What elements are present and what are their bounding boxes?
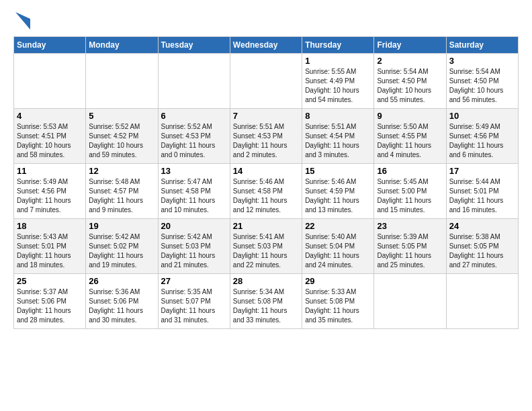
day-number: 28	[233, 276, 299, 286]
calendar-header-row: SundayMondayTuesdayWednesdayThursdayFrid…	[14, 37, 519, 54]
day-info: Sunrise: 5:44 AM Sunset: 5:01 PM Dayligh…	[449, 177, 515, 215]
week-row-1: 1Sunrise: 5:55 AM Sunset: 4:49 PM Daylig…	[14, 54, 519, 109]
day-cell	[14, 54, 86, 109]
day-number: 14	[233, 166, 299, 176]
day-cell: 11Sunrise: 5:49 AM Sunset: 4:56 PM Dayli…	[14, 164, 86, 219]
day-number: 7	[233, 111, 299, 121]
day-number: 25	[17, 276, 83, 286]
day-info: Sunrise: 5:51 AM Sunset: 4:54 PM Dayligh…	[305, 122, 371, 160]
day-cell: 7Sunrise: 5:51 AM Sunset: 4:53 PM Daylig…	[230, 109, 302, 164]
day-info: Sunrise: 5:51 AM Sunset: 4:53 PM Dayligh…	[233, 122, 299, 160]
day-cell: 23Sunrise: 5:39 AM Sunset: 5:05 PM Dayli…	[374, 219, 446, 274]
day-cell: 6Sunrise: 5:52 AM Sunset: 4:53 PM Daylig…	[158, 109, 230, 164]
day-number: 27	[161, 276, 227, 286]
day-info: Sunrise: 5:33 AM Sunset: 5:08 PM Dayligh…	[305, 287, 371, 325]
day-info: Sunrise: 5:41 AM Sunset: 5:03 PM Dayligh…	[233, 232, 299, 270]
day-info: Sunrise: 5:50 AM Sunset: 4:55 PM Dayligh…	[377, 122, 443, 160]
day-info: Sunrise: 5:48 AM Sunset: 4:57 PM Dayligh…	[89, 177, 154, 215]
day-cell: 25Sunrise: 5:37 AM Sunset: 5:06 PM Dayli…	[14, 274, 86, 329]
day-cell: 4Sunrise: 5:53 AM Sunset: 4:51 PM Daylig…	[14, 109, 86, 164]
week-row-5: 25Sunrise: 5:37 AM Sunset: 5:06 PM Dayli…	[14, 274, 519, 329]
day-info: Sunrise: 5:55 AM Sunset: 4:49 PM Dayligh…	[305, 67, 371, 105]
day-number: 17	[449, 166, 515, 176]
day-number: 13	[161, 166, 227, 176]
day-cell: 15Sunrise: 5:46 AM Sunset: 4:59 PM Dayli…	[302, 164, 374, 219]
day-number: 23	[377, 221, 443, 231]
day-number: 5	[89, 111, 154, 121]
day-cell: 8Sunrise: 5:51 AM Sunset: 4:54 PM Daylig…	[302, 109, 374, 164]
day-cell: 29Sunrise: 5:33 AM Sunset: 5:08 PM Dayli…	[302, 274, 374, 329]
day-cell: 24Sunrise: 5:38 AM Sunset: 5:05 PM Dayli…	[446, 219, 518, 274]
day-number: 9	[377, 111, 443, 121]
day-number: 26	[89, 276, 154, 286]
day-cell: 14Sunrise: 5:46 AM Sunset: 4:58 PM Dayli…	[230, 164, 302, 219]
day-cell	[86, 54, 158, 109]
day-info: Sunrise: 5:52 AM Sunset: 4:52 PM Dayligh…	[89, 122, 154, 160]
logo	[13, 11, 30, 30]
day-cell	[446, 274, 518, 329]
svg-marker-0	[15, 12, 30, 30]
day-info: Sunrise: 5:54 AM Sunset: 4:50 PM Dayligh…	[449, 67, 515, 105]
day-cell: 20Sunrise: 5:42 AM Sunset: 5:03 PM Dayli…	[158, 219, 230, 274]
day-info: Sunrise: 5:46 AM Sunset: 4:59 PM Dayligh…	[305, 177, 371, 215]
day-number: 19	[89, 221, 154, 231]
day-number: 8	[305, 111, 371, 121]
week-row-4: 18Sunrise: 5:43 AM Sunset: 5:01 PM Dayli…	[14, 219, 519, 274]
day-info: Sunrise: 5:39 AM Sunset: 5:05 PM Dayligh…	[377, 232, 443, 270]
day-cell: 3Sunrise: 5:54 AM Sunset: 4:50 PM Daylig…	[446, 54, 518, 109]
day-cell	[158, 54, 230, 109]
day-cell: 5Sunrise: 5:52 AM Sunset: 4:52 PM Daylig…	[86, 109, 158, 164]
header-cell-sunday: Sunday	[14, 37, 86, 54]
day-info: Sunrise: 5:38 AM Sunset: 5:05 PM Dayligh…	[449, 232, 515, 270]
day-cell: 13Sunrise: 5:47 AM Sunset: 4:58 PM Dayli…	[158, 164, 230, 219]
day-number: 18	[17, 221, 83, 231]
day-number: 10	[449, 111, 515, 121]
day-cell: 27Sunrise: 5:35 AM Sunset: 5:07 PM Dayli…	[158, 274, 230, 329]
day-number: 4	[17, 111, 83, 121]
day-cell	[374, 274, 446, 329]
day-info: Sunrise: 5:49 AM Sunset: 4:56 PM Dayligh…	[449, 122, 515, 160]
day-cell: 21Sunrise: 5:41 AM Sunset: 5:03 PM Dayli…	[230, 219, 302, 274]
calendar-table: SundayMondayTuesdayWednesdayThursdayFrid…	[13, 36, 519, 329]
day-info: Sunrise: 5:54 AM Sunset: 4:50 PM Dayligh…	[377, 67, 443, 105]
day-number: 1	[305, 56, 371, 66]
day-cell: 17Sunrise: 5:44 AM Sunset: 5:01 PM Dayli…	[446, 164, 518, 219]
day-info: Sunrise: 5:34 AM Sunset: 5:08 PM Dayligh…	[233, 287, 299, 325]
day-cell: 10Sunrise: 5:49 AM Sunset: 4:56 PM Dayli…	[446, 109, 518, 164]
day-cell: 22Sunrise: 5:40 AM Sunset: 5:04 PM Dayli…	[302, 219, 374, 274]
day-info: Sunrise: 5:47 AM Sunset: 4:58 PM Dayligh…	[161, 177, 227, 215]
day-info: Sunrise: 5:53 AM Sunset: 4:51 PM Dayligh…	[17, 122, 83, 160]
page-container: SundayMondayTuesdayWednesdayThursdayFrid…	[0, 0, 532, 336]
day-cell: 26Sunrise: 5:36 AM Sunset: 5:06 PM Dayli…	[86, 274, 158, 329]
day-info: Sunrise: 5:45 AM Sunset: 5:00 PM Dayligh…	[377, 177, 443, 215]
day-cell: 12Sunrise: 5:48 AM Sunset: 4:57 PM Dayli…	[86, 164, 158, 219]
day-info: Sunrise: 5:35 AM Sunset: 5:07 PM Dayligh…	[161, 287, 227, 325]
day-number: 20	[161, 221, 227, 231]
day-number: 22	[305, 221, 371, 231]
day-number: 11	[17, 166, 83, 176]
header-cell-saturday: Saturday	[446, 37, 518, 54]
day-number: 24	[449, 221, 515, 231]
day-number: 16	[377, 166, 443, 176]
header-cell-tuesday: Tuesday	[158, 37, 230, 54]
logo-icon	[15, 12, 30, 30]
day-info: Sunrise: 5:42 AM Sunset: 5:03 PM Dayligh…	[161, 232, 227, 270]
day-info: Sunrise: 5:49 AM Sunset: 4:56 PM Dayligh…	[17, 177, 83, 215]
day-number: 2	[377, 56, 443, 66]
day-info: Sunrise: 5:52 AM Sunset: 4:53 PM Dayligh…	[161, 122, 227, 160]
day-number: 6	[161, 111, 227, 121]
day-number: 3	[449, 56, 515, 66]
day-cell: 16Sunrise: 5:45 AM Sunset: 5:00 PM Dayli…	[374, 164, 446, 219]
day-cell: 19Sunrise: 5:42 AM Sunset: 5:02 PM Dayli…	[86, 219, 158, 274]
day-cell: 28Sunrise: 5:34 AM Sunset: 5:08 PM Dayli…	[230, 274, 302, 329]
day-number: 21	[233, 221, 299, 231]
header-cell-monday: Monday	[86, 37, 158, 54]
day-cell: 9Sunrise: 5:50 AM Sunset: 4:55 PM Daylig…	[374, 109, 446, 164]
header	[13, 11, 519, 30]
day-cell: 18Sunrise: 5:43 AM Sunset: 5:01 PM Dayli…	[14, 219, 86, 274]
day-info: Sunrise: 5:40 AM Sunset: 5:04 PM Dayligh…	[305, 232, 371, 270]
day-info: Sunrise: 5:46 AM Sunset: 4:58 PM Dayligh…	[233, 177, 299, 215]
header-cell-thursday: Thursday	[302, 37, 374, 54]
day-info: Sunrise: 5:43 AM Sunset: 5:01 PM Dayligh…	[17, 232, 83, 270]
day-number: 12	[89, 166, 154, 176]
